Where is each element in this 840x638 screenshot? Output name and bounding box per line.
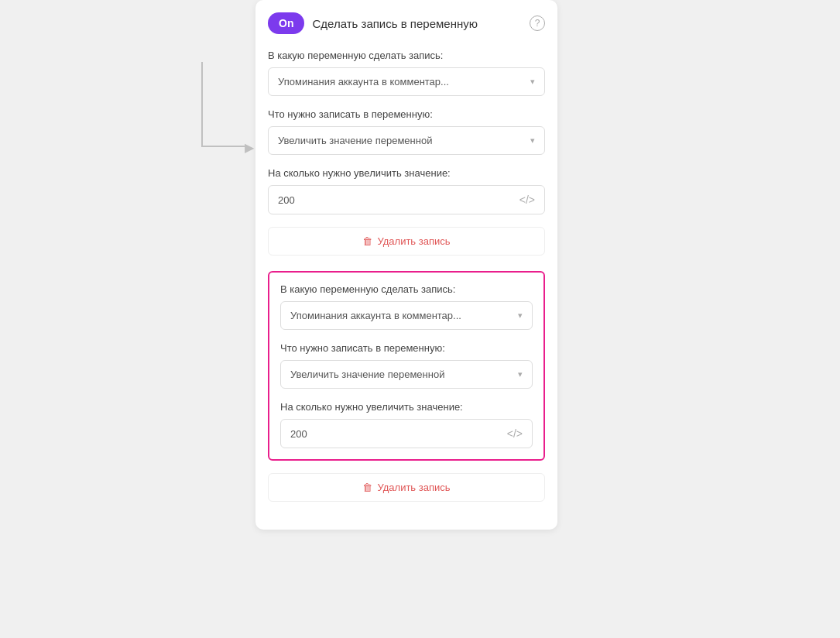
block1-dropdown2-chevron: ▾ bbox=[530, 135, 535, 146]
block2-dropdown1-chevron: ▾ bbox=[518, 310, 523, 321]
block1-label1: В какую переменную сделать запись: bbox=[268, 50, 545, 61]
block2-number-value: 200 bbox=[290, 428, 307, 440]
block2-delete-label: Удалить запись bbox=[377, 482, 450, 493]
block1-dropdown1-chevron: ▾ bbox=[530, 77, 535, 87]
block1-dropdown2[interactable]: Увеличить значение переменной ▾ bbox=[268, 126, 545, 155]
block2-delete-button[interactable]: 🗑 Удалить запись bbox=[268, 473, 545, 502]
block2-dropdown2-chevron: ▾ bbox=[518, 369, 523, 379]
block2-label1: В какую переменную сделать запись: bbox=[280, 283, 533, 295]
block1-number-field[interactable]: 200 </> bbox=[268, 185, 545, 214]
block2-dropdown1[interactable]: Упоминания аккаунта в комментар... ▾ bbox=[280, 301, 533, 330]
header-title: Сделать запись в переменную bbox=[312, 17, 522, 30]
block1-code-icon[interactable]: </> bbox=[519, 194, 535, 206]
block1-trash-icon: 🗑 bbox=[362, 235, 372, 247]
connector-line-horizontal bbox=[201, 146, 248, 147]
block2-trash-icon: 🗑 bbox=[362, 482, 372, 493]
block2-label2: Что нужно записать в переменную: bbox=[280, 342, 533, 354]
block1-label3: На сколько нужно увеличить значение: bbox=[268, 167, 545, 179]
block2-dropdown2[interactable]: Увеличить значение переменной ▾ bbox=[280, 360, 533, 389]
block1-delete-button[interactable]: 🗑 Удалить запись bbox=[268, 227, 545, 256]
main-card: On Сделать запись в переменную ? В какую… bbox=[255, 0, 557, 530]
block1-delete-label: Удалить запись bbox=[377, 235, 450, 247]
block2-code-icon[interactable]: </> bbox=[507, 427, 523, 440]
block1-dropdown2-value: Увеличить значение переменной bbox=[278, 135, 432, 146]
block2-dropdown2-value: Увеличить значение переменной bbox=[290, 369, 444, 380]
block2-label3: На сколько нужно увеличить значение: bbox=[280, 401, 533, 413]
toggle-on-button[interactable]: On bbox=[268, 12, 304, 34]
block2-number-field[interactable]: 200 </> bbox=[280, 419, 533, 448]
connector-area: ▶ bbox=[155, 62, 255, 163]
block1-dropdown1[interactable]: Упоминания аккаунта в комментар... ▾ bbox=[268, 67, 545, 96]
block1-dropdown1-value: Упоминания аккаунта в комментар... bbox=[278, 76, 449, 87]
block2-dropdown1-value: Упоминания аккаунта в комментар... bbox=[290, 310, 461, 321]
help-icon[interactable]: ? bbox=[530, 15, 545, 31]
connector-arrow: ▶ bbox=[245, 140, 254, 155]
card-header: On Сделать запись в переменную ? bbox=[268, 12, 545, 34]
record-block-2: В какую переменную сделать запись: Упоми… bbox=[268, 271, 545, 461]
record-block-1: В какую переменную сделать запись: Упоми… bbox=[268, 50, 545, 256]
block1-label2: Что нужно записать в переменную: bbox=[268, 108, 545, 120]
connector-line-vertical bbox=[201, 62, 203, 147]
block1-number-value: 200 bbox=[278, 194, 295, 206]
